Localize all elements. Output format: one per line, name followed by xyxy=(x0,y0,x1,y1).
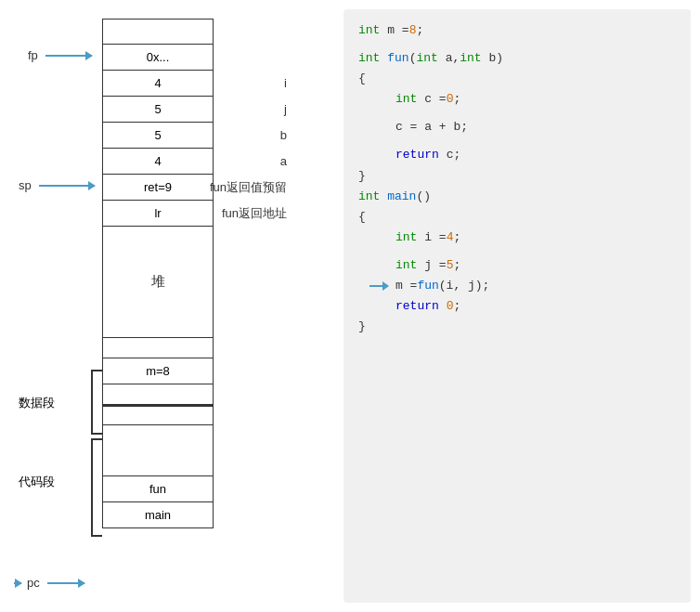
stack-cell-lr: lr fun返回地址 xyxy=(102,201,214,227)
data-seg-cell-empty2 xyxy=(102,384,214,405)
stack-cell-0x: 0x... xyxy=(102,45,214,71)
stack-cell-a: 4 a xyxy=(102,149,214,175)
sp-text: sp xyxy=(19,178,32,192)
code-seg-cell-empty2 xyxy=(102,425,214,476)
code-line-inti: int i = 4; xyxy=(395,228,676,248)
stack-cell-ret: ret=9 fun返回值预留 xyxy=(102,175,214,201)
sp-label: sp xyxy=(19,178,95,192)
code-segment-bracket xyxy=(91,438,102,537)
code-line-blank1 xyxy=(358,41,676,48)
memory-diagram: fp sp 0x... 4 i xyxy=(9,9,325,603)
code-line-return0: return 0; xyxy=(395,296,676,317)
stack-cells: 0x... 4 i 5 j 5 b 4 a r xyxy=(102,19,214,528)
data-segment-label: 数据段 xyxy=(19,395,55,411)
code-line-close1: } xyxy=(358,166,676,187)
code-line-blank4 xyxy=(358,248,676,255)
code-line-mfun: m = fun(i, j); xyxy=(395,276,676,296)
code-line-blank3 xyxy=(358,137,676,145)
stack-cell-empty-top xyxy=(102,19,214,45)
code-panel: int m = 8; int fun(int a,int b) { int c … xyxy=(344,9,691,603)
code-line-open1: { xyxy=(358,69,676,89)
code-line-cab: c = a + b; xyxy=(395,117,676,137)
code-line-intc: int c = 0; xyxy=(395,89,676,110)
fp-text: fp xyxy=(28,48,38,62)
code-arrow-indicator xyxy=(369,285,388,287)
code-line-main-sig: int main() xyxy=(358,187,676,207)
code-line-returnc: return c; xyxy=(395,145,676,165)
code-line-blank2 xyxy=(358,110,676,117)
code-line-intj: int j = 5; xyxy=(395,255,676,276)
stack-cell-j: 5 j xyxy=(102,97,214,123)
pc-label: pc xyxy=(14,576,84,590)
stack-cell-i: 4 i xyxy=(102,71,214,97)
code-line-close2: } xyxy=(358,317,676,337)
fp-label: fp xyxy=(28,48,92,62)
data-seg-cell-m: m=8 xyxy=(102,358,214,384)
stack-cell-b: 5 b xyxy=(102,123,214,149)
code-segment-label: 代码段 xyxy=(19,474,55,490)
code-seg-cell-empty1 xyxy=(102,405,214,425)
code-line-fun-sig: int fun(int a,int b) xyxy=(358,48,676,69)
code-line-1: int m = 8; xyxy=(358,20,676,41)
code-seg-cell-fun: fun xyxy=(102,476,214,502)
code-seg-cell-main: main xyxy=(102,502,214,528)
data-segment-bracket xyxy=(91,370,102,435)
heap-cell: 堆 xyxy=(102,227,214,338)
data-seg-cell-empty1 xyxy=(102,338,214,358)
code-line-open2: { xyxy=(358,207,676,228)
